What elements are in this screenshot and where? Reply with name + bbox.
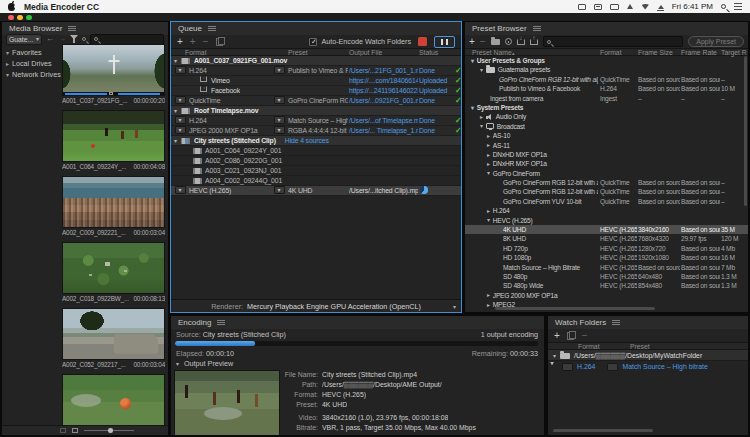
preset-group-row[interactable]: User Presets & Groups	[465, 56, 748, 65]
panel-menu-icon[interactable]	[68, 26, 76, 31]
panel-menu-icon[interactable]	[533, 26, 541, 31]
format-dropdown[interactable]	[175, 66, 186, 74]
media-search-input[interactable]	[90, 34, 164, 45]
queue-output-row[interactable]: H.264 Publish to Vimeo & Face... /Users/…	[171, 66, 461, 76]
queue-tab[interactable]: Queue	[171, 22, 461, 35]
chevron-icon[interactable]	[471, 58, 474, 64]
media-clip[interactable]: A002_C052_092217_... 00:00:03:04	[62, 308, 165, 370]
preset-dropdown[interactable]	[274, 66, 285, 74]
chevron-icon[interactable]	[487, 170, 490, 176]
chevron-icon[interactable]	[487, 302, 490, 308]
preset-row[interactable]: GoPro CineForm RGB 12-bit with alpha (Al…	[465, 75, 748, 84]
stop-queue-button[interactable]	[418, 37, 427, 46]
preset-dropdown[interactable]	[274, 116, 285, 124]
queue-share-row[interactable]: Facebook https://...24119614602283 Uploa…	[171, 86, 461, 96]
output-preview-toggle[interactable]: Output Preview	[176, 359, 233, 368]
queue-output-row[interactable]: H.264 Match Source – High bitr... /Users…	[171, 116, 461, 126]
preset-row[interactable]: Ingest from camera Ingest – – –	[465, 94, 748, 103]
panel-menu-icon[interactable]	[208, 26, 216, 31]
chat-icon[interactable]	[594, 4, 602, 10]
eject-icon[interactable]	[658, 5, 664, 9]
format-dropdown[interactable]	[175, 186, 186, 194]
preset-group-row[interactable]: AS-10	[465, 131, 748, 140]
wifi-icon[interactable]	[641, 4, 650, 10]
chevron-icon[interactable]	[487, 161, 490, 167]
chevron-icon[interactable]	[487, 217, 490, 223]
add-source-button[interactable]	[177, 37, 183, 46]
auto-encode-checkbox[interactable]	[309, 38, 317, 46]
preset-settings-button[interactable]	[505, 38, 512, 45]
horizontal-scrollbar[interactable]	[495, 307, 655, 310]
media-clip[interactable]: A002_C009_092221_... 00:00:03:04	[62, 176, 165, 238]
preset-group-row[interactable]: DNxHR MXF OP1a	[465, 159, 748, 168]
queue-source-row[interactable]: City streets (Stitched Clip) Hide 4 sour…	[171, 136, 461, 146]
preset-row[interactable]: SD 480p Wide HEVC (H.265) 854x480 Based …	[465, 281, 748, 290]
watch-folder-output-row[interactable]: H.264 Match Source – High bitrate	[548, 361, 748, 372]
clip-thumbnail[interactable]	[62, 44, 165, 96]
clip-thumbnail[interactable]	[62, 110, 165, 162]
chevron-icon[interactable]	[6, 60, 9, 67]
preset-row[interactable]: GoPro CineForm RGB 12-bit with alpha... …	[465, 187, 748, 196]
horizontal-scrollbar[interactable]	[553, 429, 653, 432]
tree-item[interactable]: Network Drives	[2, 69, 61, 80]
preset-group-row[interactable]: AS-11	[465, 141, 748, 150]
preset-browser-tab[interactable]: Preset Browser	[465, 22, 748, 35]
clip-thumbnail[interactable]	[62, 374, 165, 425]
preset-group-row[interactable]: HEVC (H.265)	[465, 216, 748, 225]
panel-menu-icon[interactable]	[612, 320, 620, 325]
tree-item[interactable]: Favorites	[2, 47, 61, 58]
chevron-down-icon[interactable]	[174, 106, 177, 116]
vertical-scrollbar[interactable]	[744, 56, 747, 206]
zoom-search-icon[interactable]	[82, 37, 86, 41]
queue-source-row[interactable]: Roof Timelapse.mov	[171, 106, 461, 116]
media-clip[interactable]: A002_C018_0922BW_... 00:00:08:13	[62, 242, 165, 304]
thumbnail-view-icon[interactable]	[72, 428, 78, 433]
queue-output-row[interactable]: JPEG 2000 MXF OP1a RGBA 4:4:4:4 12-bit (…	[171, 126, 461, 136]
keyboard-icon[interactable]	[578, 4, 586, 10]
clip-thumbnail[interactable]	[62, 242, 165, 294]
remove-button[interactable]	[582, 331, 588, 340]
list-view-icon[interactable]	[60, 428, 66, 433]
preset-group-row[interactable]: Audio Only	[465, 112, 748, 121]
watch-folder-row[interactable]: /Users/▒▒▒▒▒▒/Desktop/MyWatchFolder	[548, 350, 748, 361]
apply-preset-button[interactable]: Apply Preset	[688, 36, 744, 47]
output-file-link[interactable]: /Users/...itched Clip).mp4	[349, 186, 418, 196]
hide-sources-link[interactable]: Hide 4 sources	[285, 136, 329, 146]
preset-row[interactable]: Publish to Vimeo & Facebook H.264 Based …	[465, 84, 748, 93]
menubar-clock[interactable]: Fri 6:41 PM	[672, 2, 713, 11]
preset-dropdown[interactable]	[274, 186, 285, 194]
preset-search-input[interactable]	[543, 36, 684, 47]
chevron-icon[interactable]	[6, 71, 9, 78]
queue-output-row[interactable]: QuickTime GoPro CineForm RGB 12... /User…	[171, 96, 461, 106]
queue-subsource-row[interactable]: A002_C086_09220G_001	[171, 156, 461, 166]
format-dropdown[interactable]	[175, 96, 186, 104]
queue-subsource-row[interactable]: A001_C064_09224Y_001	[171, 146, 461, 156]
chevron-down-icon[interactable]	[553, 352, 556, 359]
chevron-icon[interactable]	[480, 67, 483, 73]
preset-group-row[interactable]: JPEG 2000 MXF OP1a	[465, 291, 748, 300]
notification-center-icon[interactable]	[734, 3, 742, 10]
encoding-tab[interactable]: Encoding	[171, 316, 544, 329]
preset-row[interactable]: SD 480p HEVC (H.265) 640x480 Based on so…	[465, 272, 748, 281]
queue-share-row[interactable]: Vimeo https://....com/184066142 Uploaded	[171, 76, 461, 86]
duplicate-button[interactable]	[567, 331, 575, 340]
output-file-link[interactable]: /Users/...of Timelapse.mp4	[349, 116, 418, 126]
import-preset-button[interactable]	[517, 39, 525, 45]
export-preset-button[interactable]	[530, 39, 538, 45]
delete-preset-button[interactable]	[480, 37, 486, 46]
location-dropdown[interactable]: Guate...	[6, 34, 42, 45]
scrubber[interactable]	[63, 92, 164, 95]
back-button[interactable]	[46, 35, 54, 43]
output-file-link[interactable]: /Users/...0921FG_001.mov	[349, 96, 418, 106]
preset-dropdown[interactable]	[274, 96, 285, 104]
minimize-window-button[interactable]	[17, 15, 23, 21]
tree-item[interactable]: Local Drives	[2, 58, 61, 69]
panel-menu-icon[interactable]	[217, 320, 225, 325]
preset-row[interactable]: Match Source – High Bitrate HEVC (H.265)…	[465, 263, 748, 272]
media-clip[interactable]	[62, 374, 165, 425]
preset-row[interactable]: GoPro CineForm YUV 10-bit QuickTime Base…	[465, 197, 748, 206]
remove-button[interactable]	[203, 37, 209, 46]
preset-row[interactable]: GoPro CineForm RGB 12-bit with alpha Qui…	[465, 178, 748, 187]
preset-dropdown[interactable]	[274, 126, 285, 134]
preset-group-row[interactable]: H.264	[465, 206, 748, 215]
